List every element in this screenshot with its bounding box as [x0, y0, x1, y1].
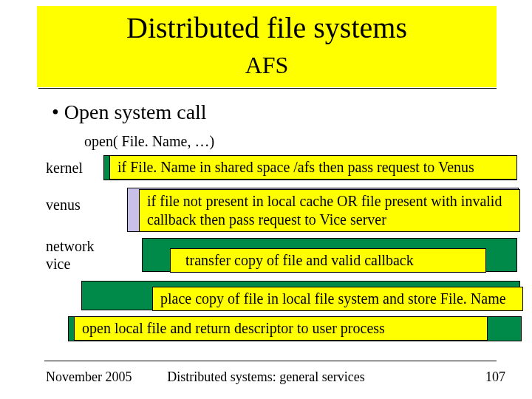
header-band: Distributed file systems AFS	[37, 6, 497, 87]
footer-title: Distributed systems: general services	[0, 369, 532, 385]
footer-page-number: 107	[485, 369, 505, 385]
label-kernel: kernel	[46, 160, 83, 177]
label-network: network	[46, 238, 95, 255]
step-box-4: place copy of file in local file system …	[152, 287, 523, 311]
step-box-5: open local file and return descriptor to…	[74, 316, 488, 341]
page-title: Distributed file systems	[37, 10, 497, 45]
page-subtitle: AFS	[37, 52, 497, 79]
header-underline	[38, 88, 497, 89]
step-box-1: if File. Name in shared space /afs then …	[109, 155, 517, 180]
code-open-call: open( File. Name, …)	[84, 133, 214, 150]
step-box-3: transfer copy of file and valid callback	[170, 248, 486, 273]
bullet-open-call: • Open system call	[52, 100, 207, 124]
label-vice: vice	[46, 256, 70, 273]
footer-rule	[44, 361, 497, 361]
label-venus: venus	[46, 197, 81, 214]
step-box-2: if file not present in local cache OR fi…	[139, 189, 520, 232]
